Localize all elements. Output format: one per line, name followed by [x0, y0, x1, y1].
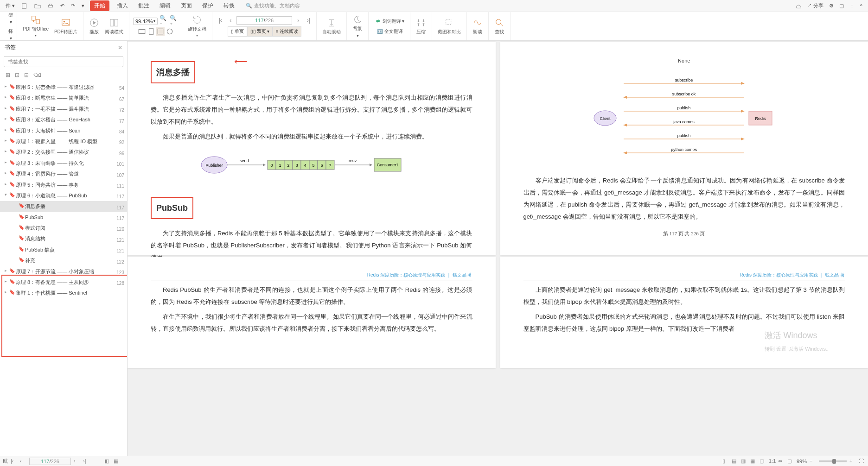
- actual-size-icon[interactable]: [156, 27, 165, 36]
- zoom-out-icon[interactable]: 🔍⁻: [160, 17, 168, 25]
- bookmark-item[interactable]: ▸🔖原理 1：鞭辟入里 —— 线程 IO 模型92: [0, 136, 127, 147]
- reading-mode-button[interactable]: 阅读模式: [103, 17, 125, 36]
- first-page-icon[interactable]: |‹: [216, 16, 224, 25]
- double-page-button[interactable]: ▯▯ 双页 ▾: [247, 26, 273, 37]
- view1-icon[interactable]: ▯: [722, 458, 729, 465]
- tab-start[interactable]: 开始: [90, 0, 109, 11]
- zoom-status[interactable]: 99%: [797, 459, 807, 464]
- bookmark-item[interactable]: ▸🔖应用 9：大海捞针 —— Scan84: [0, 126, 127, 136]
- tab-page[interactable]: 页面: [176, 0, 197, 12]
- collapse-all-icon[interactable]: ⊟: [24, 72, 29, 78]
- print-icon[interactable]: [45, 1, 57, 10]
- next-page-icon[interactable]: ›: [294, 16, 302, 25]
- window-icon[interactable]: ▢: [836, 2, 847, 10]
- zoom-slider-plus-icon[interactable]: +: [849, 458, 856, 465]
- read-aloud-button[interactable]: 朗读: [471, 17, 485, 36]
- delete-bookmark-icon[interactable]: ⌫: [33, 72, 41, 78]
- tab-review[interactable]: 批注: [134, 0, 154, 12]
- rotate-doc-button[interactable]: 旋转文档▾: [186, 14, 208, 38]
- pdf-to-image-button[interactable]: PDF转图片: [52, 17, 79, 36]
- share-button[interactable]: ↗ 分享: [804, 1, 826, 10]
- last-page-status-icon[interactable]: ›|: [83, 458, 89, 465]
- fit-icon[interactable]: 1:1: [769, 458, 775, 465]
- bookmark-item[interactable]: ▸🔖原理 2：交头接耳 —— 通信协议96: [0, 147, 127, 157]
- find-button[interactable]: 查找: [492, 17, 506, 36]
- bookmark-item[interactable]: ▸🔖应用 5：层峦叠嶂 —— 布隆过滤器54: [0, 82, 127, 93]
- continuous-button[interactable]: ≡ 连续阅读: [273, 26, 301, 37]
- bookmark-item[interactable]: ▸🔖原理 3：未雨绸缪 —— 持久化101: [0, 158, 127, 169]
- view5-icon[interactable]: ▢: [760, 458, 766, 465]
- document-view[interactable]: ✦ ⟶ 消息多播 ⟵ 消息多播允许生产者生产一次消息，中间件负责将消息复制到多个…: [128, 41, 868, 456]
- bookmark-icon: 🔖: [9, 84, 14, 89]
- zoom-slider-minus-icon[interactable]: −: [810, 458, 816, 465]
- compress-button[interactable]: 压缩: [414, 17, 428, 36]
- tab-edit[interactable]: 编辑: [155, 0, 175, 12]
- single-page-button[interactable]: ▯ 单页: [228, 26, 247, 37]
- view3-icon[interactable]: ▥: [741, 458, 747, 465]
- zoom-in-icon[interactable]: 🔍⁺: [170, 17, 178, 25]
- view4-icon[interactable]: ▦: [750, 458, 757, 465]
- bookmark-subitem[interactable]: 🔖补充122: [0, 255, 127, 266]
- prev-page-status-icon[interactable]: ‹: [20, 458, 26, 465]
- bookmark-item[interactable]: ▾🔖原理 6：小道消息 —— PubSub117: [0, 190, 127, 201]
- bookmark-subitem[interactable]: 🔖消息结构121: [0, 233, 127, 244]
- type-button[interactable]: 型 ▾: [6, 11, 15, 25]
- tab-convert[interactable]: 转换: [219, 0, 239, 12]
- sidebar-toggle-icon[interactable]: ◧: [104, 458, 111, 465]
- cloud-icon[interactable]: [792, 1, 804, 10]
- close-panel-icon[interactable]: ✕: [118, 44, 122, 51]
- add-bookmark-icon[interactable]: ⊞: [6, 72, 10, 78]
- thumbnails-icon[interactable]: ▦: [114, 458, 120, 465]
- command-search[interactable]: 🔍 查找功能、文档内容: [246, 2, 300, 9]
- background-button[interactable]: 背景 ▾: [351, 13, 364, 39]
- status-page-input[interactable]: 117/226: [29, 458, 71, 465]
- bookmark-item[interactable]: ▸🔖应用 8：近水楼台 —— GeoHash77: [0, 114, 127, 125]
- bookmark-item[interactable]: ▸🔖原理 5：同舟共济 —— 事务111: [0, 180, 127, 190]
- bookmark-item[interactable]: ▸🔖集群 1：李代桃僵 —— Sentinel: [0, 288, 127, 298]
- new-sub-bookmark-icon[interactable]: ⊡: [15, 72, 19, 78]
- zoom-slider[interactable]: [819, 460, 847, 462]
- page-number-input[interactable]: 117/226: [236, 16, 292, 25]
- fit-width-icon[interactable]: [138, 27, 146, 36]
- bookmark-item[interactable]: ▸🔖应用 6：断尾求生 —— 简单限流67: [0, 93, 127, 103]
- bookmark-subitem[interactable]: 🔖PubSub117: [0, 212, 127, 223]
- bookmark-search-input[interactable]: [4, 56, 123, 67]
- prev-page-icon[interactable]: ‹: [226, 16, 235, 25]
- tab-protect[interactable]: 保护: [198, 0, 218, 12]
- file-dropdown[interactable]: 件 ▾: [3, 1, 18, 10]
- screenshot-compare-button[interactable]: 截图和对比: [436, 17, 463, 36]
- more-dropdown-icon[interactable]: ▾: [79, 2, 87, 10]
- tab-insert[interactable]: 插入: [112, 0, 133, 12]
- fit-visible-icon[interactable]: [166, 27, 174, 36]
- fullscreen-icon[interactable]: ⛶: [859, 458, 865, 465]
- view2-icon[interactable]: ▤: [732, 458, 738, 465]
- next-page-status-icon[interactable]: ›: [74, 458, 80, 465]
- bookmark-item[interactable]: ▸🔖原理 7：开源节流 —— 小对象压缩123: [0, 266, 127, 277]
- full-translate-button[interactable]: 🈁 全文翻译: [372, 27, 406, 36]
- zoom-input[interactable]: 99.42% ▾: [133, 18, 158, 25]
- bookmark-item[interactable]: ▸🔖原理 8：有备无患 —— 主从同步128: [0, 277, 127, 288]
- pdf-to-office-button[interactable]: PDF转Office▾: [21, 14, 51, 38]
- play-button[interactable]: 播放: [87, 17, 101, 36]
- svg-rect-9: [149, 28, 153, 35]
- select-button[interactable]: 择 ▾: [6, 27, 15, 42]
- last-page-icon[interactable]: ›|: [304, 16, 313, 25]
- undo-icon[interactable]: ↶: [57, 2, 67, 10]
- bookmark-subitem[interactable]: 🔖PubSub 缺点121: [0, 245, 127, 255]
- first-page-status-icon[interactable]: |‹: [11, 458, 17, 465]
- redo-icon[interactable]: ↷: [68, 2, 78, 10]
- word-translate-button[interactable]: ⇄ 划词翻译 ▾: [372, 17, 406, 26]
- bookmark-item[interactable]: ▸🔖原理 4：雷厉风行 —— 管道107: [0, 169, 127, 179]
- fit-width-status-icon[interactable]: ⇔: [778, 458, 785, 465]
- zoom-out-status-icon[interactable]: ▢: [787, 458, 794, 465]
- collapse-icon[interactable]: ^: [857, 2, 865, 10]
- bookmark-subitem[interactable]: 🔖模式订阅120: [0, 223, 127, 233]
- bookmark-subitem[interactable]: 🔖消息多播117: [0, 201, 127, 212]
- kebab-icon[interactable]: ⋮: [847, 2, 857, 10]
- bookmark-item[interactable]: ▸🔖应用 7：一毛不拔 —— 漏斗限流72: [0, 104, 127, 114]
- open-icon[interactable]: [32, 1, 44, 10]
- new-icon[interactable]: [19, 1, 31, 10]
- fit-page-icon[interactable]: [147, 27, 155, 36]
- auto-scroll-button[interactable]: 自动滚动: [320, 17, 343, 36]
- settings-icon[interactable]: ⚙: [826, 2, 836, 10]
